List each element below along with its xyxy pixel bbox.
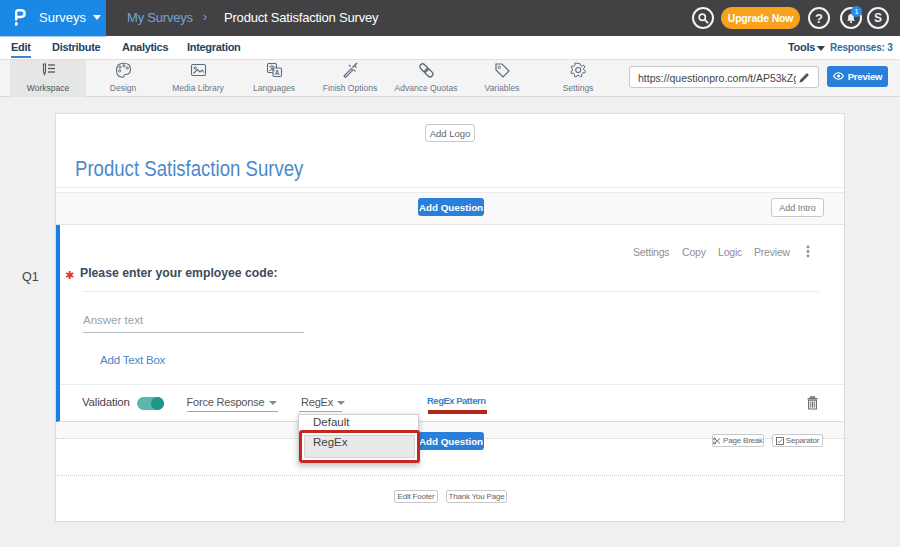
svg-text:A: A <box>274 69 279 76</box>
